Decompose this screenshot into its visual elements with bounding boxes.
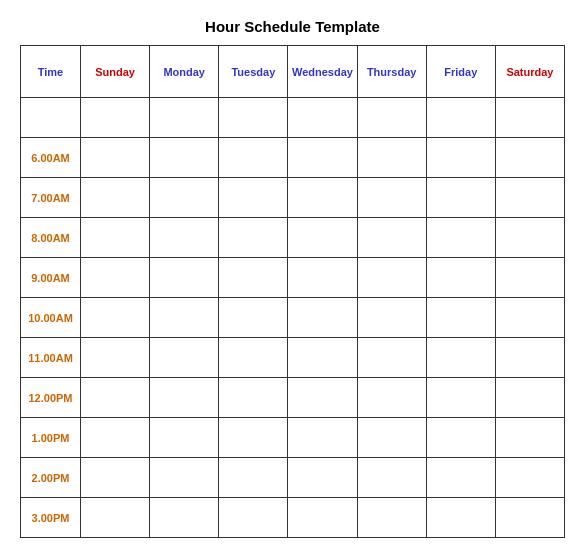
schedule-cell[interactable] [426, 338, 495, 378]
schedule-cell[interactable] [219, 338, 288, 378]
schedule-cell[interactable] [81, 258, 150, 298]
schedule-cell[interactable] [150, 138, 219, 178]
schedule-cell[interactable] [81, 378, 150, 418]
schedule-cell[interactable] [150, 258, 219, 298]
schedule-cell[interactable] [81, 98, 150, 138]
schedule-cell[interactable] [288, 458, 357, 498]
schedule-cell[interactable] [495, 178, 564, 218]
table-row: 10.00AM [21, 298, 565, 338]
schedule-cell[interactable] [495, 258, 564, 298]
schedule-cell[interactable] [426, 378, 495, 418]
schedule-cell[interactable] [219, 138, 288, 178]
header-tuesday: Tuesday [219, 46, 288, 98]
schedule-cell[interactable] [495, 338, 564, 378]
schedule-cell[interactable] [426, 98, 495, 138]
schedule-cell[interactable] [426, 458, 495, 498]
schedule-cell[interactable] [495, 138, 564, 178]
schedule-cell[interactable] [150, 338, 219, 378]
schedule-cell[interactable] [219, 178, 288, 218]
schedule-cell[interactable] [150, 498, 219, 538]
schedule-cell[interactable] [219, 378, 288, 418]
schedule-cell[interactable] [357, 138, 426, 178]
header-friday: Friday [426, 46, 495, 98]
schedule-cell[interactable] [288, 418, 357, 458]
time-cell: 8.00AM [21, 218, 81, 258]
schedule-cell[interactable] [81, 458, 150, 498]
schedule-cell[interactable] [288, 298, 357, 338]
header-time: Time [21, 46, 81, 98]
schedule-cell[interactable] [357, 98, 426, 138]
schedule-cell[interactable] [357, 378, 426, 418]
time-cell: 10.00AM [21, 298, 81, 338]
schedule-cell[interactable] [219, 298, 288, 338]
time-cell: 12.00PM [21, 378, 81, 418]
schedule-cell[interactable] [426, 418, 495, 458]
schedule-cell[interactable] [495, 458, 564, 498]
time-cell: 6.00AM [21, 138, 81, 178]
table-row: 12.00PM [21, 378, 565, 418]
schedule-cell[interactable] [288, 378, 357, 418]
schedule-cell[interactable] [426, 258, 495, 298]
schedule-cell[interactable] [219, 98, 288, 138]
schedule-cell[interactable] [495, 298, 564, 338]
schedule-cell[interactable] [81, 418, 150, 458]
schedule-cell[interactable] [357, 418, 426, 458]
schedule-cell[interactable] [288, 138, 357, 178]
schedule-cell[interactable] [426, 498, 495, 538]
table-row: 1.00PM [21, 418, 565, 458]
schedule-cell[interactable] [357, 338, 426, 378]
table-row: 7.00AM [21, 178, 565, 218]
schedule-cell[interactable] [426, 138, 495, 178]
schedule-cell[interactable] [495, 98, 564, 138]
time-cell: 2.00PM [21, 458, 81, 498]
schedule-cell[interactable] [288, 258, 357, 298]
time-cell: 9.00AM [21, 258, 81, 298]
schedule-cell[interactable] [426, 218, 495, 258]
header-row: Time Sunday Monday Tuesday Wednesday Thu… [21, 46, 565, 98]
schedule-cell[interactable] [150, 418, 219, 458]
schedule-cell[interactable] [288, 338, 357, 378]
time-cell: 3.00PM [21, 498, 81, 538]
schedule-cell[interactable] [426, 298, 495, 338]
schedule-cell[interactable] [81, 178, 150, 218]
schedule-cell[interactable] [288, 98, 357, 138]
schedule-cell[interactable] [150, 378, 219, 418]
schedule-cell[interactable] [495, 418, 564, 458]
schedule-cell[interactable] [81, 338, 150, 378]
schedule-cell[interactable] [219, 258, 288, 298]
schedule-cell[interactable] [150, 98, 219, 138]
schedule-cell[interactable] [219, 458, 288, 498]
schedule-cell[interactable] [495, 498, 564, 538]
schedule-cell[interactable] [288, 218, 357, 258]
schedule-cell[interactable] [495, 218, 564, 258]
table-row: 8.00AM [21, 218, 565, 258]
header-saturday: Saturday [495, 46, 564, 98]
schedule-cell[interactable] [288, 178, 357, 218]
schedule-cell[interactable] [150, 458, 219, 498]
time-cell [21, 98, 81, 138]
schedule-cell[interactable] [81, 138, 150, 178]
schedule-cell[interactable] [357, 498, 426, 538]
schedule-cell[interactable] [81, 498, 150, 538]
schedule-cell[interactable] [357, 258, 426, 298]
schedule-cell[interactable] [150, 298, 219, 338]
schedule-cell[interactable] [495, 378, 564, 418]
time-cell: 7.00AM [21, 178, 81, 218]
table-row: 11.00AM [21, 338, 565, 378]
schedule-cell[interactable] [150, 178, 219, 218]
schedule-cell[interactable] [426, 178, 495, 218]
schedule-cell[interactable] [357, 218, 426, 258]
schedule-cell[interactable] [288, 498, 357, 538]
schedule-cell[interactable] [357, 298, 426, 338]
table-row: 2.00PM [21, 458, 565, 498]
time-cell: 1.00PM [21, 418, 81, 458]
schedule-cell[interactable] [81, 218, 150, 258]
schedule-cell[interactable] [357, 178, 426, 218]
schedule-cell[interactable] [150, 218, 219, 258]
header-monday: Monday [150, 46, 219, 98]
schedule-cell[interactable] [357, 458, 426, 498]
schedule-cell[interactable] [219, 218, 288, 258]
schedule-cell[interactable] [219, 418, 288, 458]
schedule-cell[interactable] [81, 298, 150, 338]
schedule-cell[interactable] [219, 498, 288, 538]
